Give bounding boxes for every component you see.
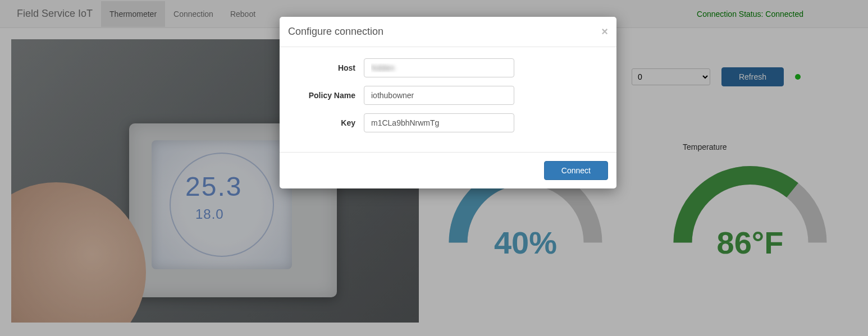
- close-icon[interactable]: ×: [601, 25, 608, 38]
- modal-header: Configure connection ×: [280, 17, 616, 47]
- configure-connection-modal: Configure connection × Host Policy Name …: [280, 17, 616, 188]
- policy-name-input[interactable]: [364, 86, 514, 105]
- modal-footer: Connect: [280, 152, 616, 188]
- key-input[interactable]: [364, 113, 514, 132]
- modal-title: Configure connection: [288, 26, 383, 38]
- host-input[interactable]: [364, 58, 514, 77]
- policy-name-label: Policy Name: [291, 91, 364, 100]
- key-label: Key: [291, 118, 364, 127]
- host-label: Host: [291, 63, 364, 72]
- connect-button[interactable]: Connect: [544, 161, 608, 180]
- modal-body: Host Policy Name Key: [280, 47, 616, 152]
